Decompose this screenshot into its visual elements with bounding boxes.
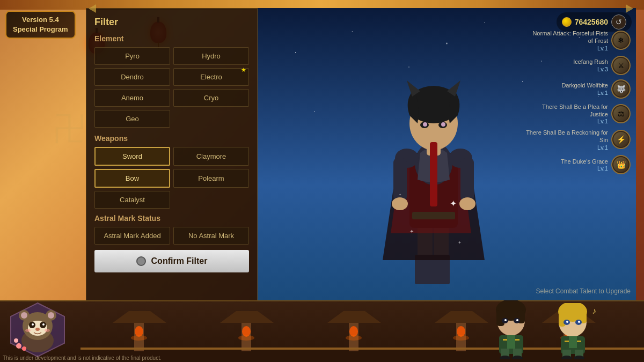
- weapons-section: Weapons Sword Claymore Bow Polearm Catal…: [94, 134, 249, 209]
- filter-btn-hydro[interactable]: Hydro: [173, 47, 249, 65]
- bottom-notice: This is under development and is not ind…: [3, 355, 162, 361]
- element-section: Element Pyro Hydro Dendro Electro ★ Anem…: [94, 34, 249, 128]
- skills-panel: Normal Attack: Forceful Fistsof Frost Lv…: [518, 29, 631, 174]
- confirm-btn-label: Confirm Filter: [151, 256, 208, 266]
- skill-info-2: Icefang Rush Lv.3: [518, 58, 608, 72]
- filter-btn-pyro[interactable]: Pyro: [94, 47, 170, 65]
- chibi-right2-container: ♪: [545, 303, 601, 359]
- game-area: 76425680 ↺: [258, 8, 636, 303]
- element-label: Element: [94, 34, 249, 43]
- skill-name-3: Darkgold Wolfbite: [518, 82, 608, 89]
- currency-bar: 76425680 ↺: [557, 12, 632, 32]
- chibi-left-svg: [3, 300, 72, 359]
- skill-row-5: There Shall Be a Reckoning forSin Lv.1 ⚡: [518, 129, 631, 151]
- skill-icon-4[interactable]: ⚖: [611, 104, 631, 123]
- skill-icon-6[interactable]: 👑: [611, 155, 631, 174]
- coin-icon: [562, 17, 572, 27]
- skill-level-1: Lv.1: [518, 45, 608, 51]
- version-line1: Version 5.4: [13, 15, 68, 25]
- svg-rect-23: [430, 142, 437, 206]
- svg-point-46: [238, 335, 254, 341]
- svg-point-47: [346, 335, 362, 341]
- character-svg: ✦ ✦ ✦ ✦: [367, 46, 501, 292]
- skill-level-3: Lv.1: [518, 90, 608, 96]
- filter-btn-astral-added[interactable]: Astral Mark Added: [94, 227, 170, 245]
- svg-point-45: [131, 335, 147, 341]
- svg-text:♪: ♪: [592, 306, 596, 315]
- filter-btn-catalyst[interactable]: Catalyst: [94, 191, 170, 209]
- svg-rect-84: [503, 339, 507, 341]
- svg-point-57: [48, 312, 54, 319]
- filter-btn-sword[interactable]: Sword: [94, 147, 170, 166]
- skill-name-2: Icefang Rush: [518, 58, 608, 65]
- svg-point-62: [42, 323, 45, 326]
- skill-row-2: Icefang Rush Lv.3 ⚔: [518, 56, 631, 75]
- skill-row-4: There Shall Be a Plea forJustice Lv.1 ⚖: [518, 103, 631, 125]
- svg-point-65: [45, 329, 50, 332]
- svg-rect-24: [412, 212, 455, 219]
- skill-row-6: The Duke's Grace Lv.1 👑: [518, 155, 631, 174]
- svg-rect-100: [569, 336, 577, 348]
- weapons-grid: Sword Claymore Bow Polearm Catalyst: [94, 147, 249, 209]
- astral-section: Astral Mark Status Astral Mark Added No …: [94, 214, 249, 245]
- svg-point-81: [504, 319, 507, 321]
- filter-btn-dendro[interactable]: Dendro: [94, 68, 170, 86]
- svg-point-98: [566, 321, 568, 323]
- svg-rect-94: [559, 312, 566, 327]
- skill-row-3: Darkgold Wolfbite Lv.1 🐺: [518, 79, 631, 99]
- svg-point-82: [516, 319, 518, 321]
- filter-title: Filter: [94, 17, 249, 28]
- skill-name-5: There Shall Be a Reckoning forSin: [518, 129, 608, 144]
- skill-level-5: Lv.1: [518, 144, 608, 151]
- svg-point-56: [21, 312, 27, 319]
- select-talent-text: Select Combat Talent to Upgrade: [536, 287, 631, 295]
- skill-info-1: Normal Attack: Forceful Fistsof Frost Lv…: [518, 29, 608, 51]
- element-grid: Pyro Hydro Dendro Electro ★ Anemo Cryo G…: [94, 47, 249, 128]
- svg-point-63: [35, 328, 40, 331]
- filter-btn-electro[interactable]: Electro ★: [173, 68, 249, 86]
- filter-btn-no-astral[interactable]: No Astral Mark: [173, 227, 249, 245]
- svg-point-21: [392, 197, 408, 210]
- skill-icon-inner-3: 🐺: [613, 82, 628, 97]
- top-frame-arrows: [89, 4, 633, 13]
- skill-level-2: Lv.3: [518, 66, 608, 72]
- svg-point-17: [423, 122, 427, 127]
- svg-rect-101: [565, 341, 569, 342]
- svg-point-99: [578, 321, 580, 323]
- skill-icon-inner-5: ⚡: [613, 132, 628, 147]
- skill-icon-5[interactable]: ⚡: [611, 130, 631, 149]
- skill-name-4: There Shall Be a Plea forJustice: [518, 103, 608, 119]
- svg-text:✦: ✦: [458, 240, 462, 245]
- main-content: Filter Element Pyro Hydro Dendro Electro…: [86, 8, 636, 303]
- chibi-right2-svg: ♪: [545, 303, 601, 359]
- skill-icon-1[interactable]: ❄: [611, 31, 631, 50]
- filter-btn-polearm[interactable]: Polearm: [173, 169, 249, 188]
- filter-btn-anemo[interactable]: Anemo: [94, 89, 170, 107]
- svg-rect-77: [496, 310, 504, 326]
- svg-point-61: [32, 323, 34, 326]
- svg-rect-85: [515, 339, 519, 341]
- filter-panel: Filter Element Pyro Hydro Dendro Electro…: [86, 8, 258, 303]
- skill-name-1: Normal Attack: Forceful Fistsof Frost: [518, 29, 608, 45]
- skill-name-6: The Duke's Grace: [518, 158, 608, 165]
- filter-btn-claymore[interactable]: Claymore: [173, 147, 249, 166]
- svg-rect-20: [460, 158, 474, 201]
- skill-level-6: Lv.1: [518, 165, 608, 172]
- version-badge: Version 5.4 Special Program: [5, 11, 76, 39]
- skill-icon-2[interactable]: ⚔: [611, 56, 631, 75]
- svg-rect-102: [577, 341, 581, 342]
- confirm-filter-button[interactable]: Confirm Filter: [94, 250, 249, 272]
- skill-row-1: Normal Attack: Forceful Fistsof Frost Lv…: [518, 29, 631, 51]
- svg-point-67: [22, 346, 26, 351]
- skill-icon-inner-6: 👑: [613, 157, 628, 172]
- settings-button[interactable]: ↺: [611, 14, 626, 29]
- filter-btn-geo[interactable]: Geo: [94, 110, 170, 128]
- filter-btn-cryo[interactable]: Cryo: [173, 89, 249, 107]
- svg-rect-83: [507, 335, 515, 349]
- filter-btn-bow[interactable]: Bow: [94, 169, 170, 188]
- frame-arrow-left-icon: [89, 4, 96, 13]
- svg-text:✦: ✦: [450, 199, 457, 208]
- svg-marker-37: [327, 311, 381, 323]
- svg-marker-36: [220, 311, 274, 323]
- skill-icon-3[interactable]: 🐺: [611, 79, 631, 99]
